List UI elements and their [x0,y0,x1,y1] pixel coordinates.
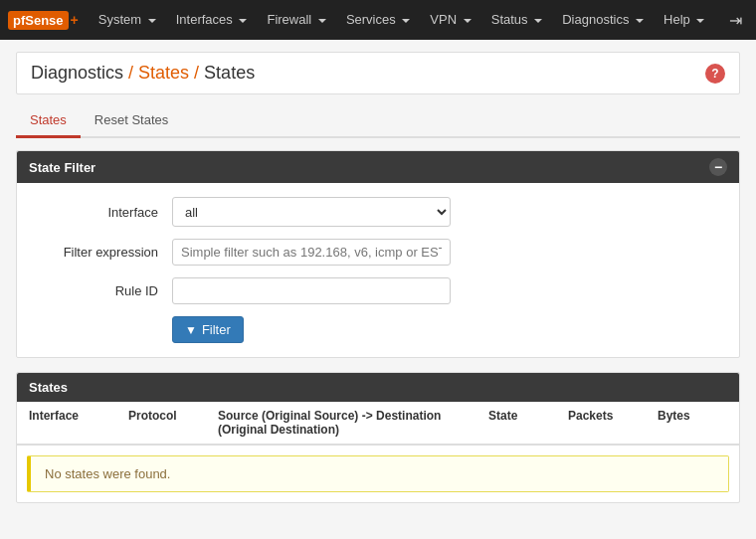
col-bytes: Bytes [658,409,727,437]
filter-btn-row: ▼ Filter [172,316,723,343]
menu-item-firewall[interactable]: Firewall [257,0,335,40]
menu-link-diagnostics[interactable]: Diagnostics [552,0,654,40]
states-table-title: States [29,380,68,395]
filter-expression-input[interactable] [172,239,451,266]
logo-plus: + [71,12,79,28]
state-filter-heading: State Filter − [17,151,739,183]
caret-icon [464,19,472,23]
logout-icon[interactable]: ⇥ [723,11,748,30]
breadcrumb-separator-2: / [194,63,199,84]
caret-icon [239,19,247,23]
rule-id-input[interactable]: 105 [172,277,451,304]
states-panel: States Interface Protocol Source (Origin… [16,372,740,503]
page-content: Diagnostics / States / States ? States R… [0,40,756,515]
filter-expression-label: Filter expression [33,245,172,260]
rule-id-label: Rule ID [33,283,172,298]
menu-item-services[interactable]: Services [336,0,420,40]
col-protocol: Protocol [128,409,218,437]
states-table-heading: States [17,373,739,402]
col-source-dest: Source (Original Source) -> Destination … [218,409,488,437]
caret-icon [534,19,542,23]
menu-item-vpn[interactable]: VPN [420,0,480,40]
menu-item-diagnostics[interactable]: Diagnostics [552,0,654,40]
caret-icon [636,19,644,23]
col-state: State [488,409,568,437]
no-states-text: No states were found. [45,466,170,481]
filter-button[interactable]: ▼ Filter [172,316,244,343]
col-interface: Interface [29,409,128,437]
navbar: pfSense + System Interfaces Firewall Ser… [0,0,756,40]
help-icon[interactable]: ? [705,64,725,84]
caret-icon [318,19,326,23]
state-filter-title: State Filter [29,160,95,175]
caret-icon [148,19,156,23]
col-packets: Packets [568,409,658,437]
breadcrumb-separator-1: / [128,63,133,84]
menu-link-firewall[interactable]: Firewall [257,0,335,40]
state-filter-panel: State Filter − Interface all Filter expr… [16,150,740,358]
main-menu: System Interfaces Firewall Services [89,0,723,40]
logo-pfsense: pfSense [8,11,69,30]
menu-item-status[interactable]: Status [481,0,552,40]
tab-reset-states[interactable]: Reset States [81,104,182,138]
rule-id-row: Rule ID 105 [33,277,723,304]
menu-item-system[interactable]: System [89,0,166,40]
menu-item-interfaces[interactable]: Interfaces [166,0,258,40]
brand-logo[interactable]: pfSense + [8,11,79,30]
menu-link-help[interactable]: Help [654,0,714,40]
breadcrumb-main: Diagnostics [31,63,123,84]
menu-item-help[interactable]: Help [654,0,714,40]
collapse-icon[interactable]: − [709,158,727,176]
menu-link-interfaces[interactable]: Interfaces [166,0,258,40]
filter-expression-row: Filter expression [33,239,723,266]
interface-label: Interface [33,205,172,220]
navbar-right: ⇥ [723,11,748,30]
table-header-row: Interface Protocol Source (Original Sour… [17,402,739,446]
filter-funnel-icon: ▼ [185,323,197,337]
breadcrumb-current: States [204,63,255,84]
tab-states[interactable]: States [16,104,81,138]
caret-icon [402,19,410,23]
breadcrumb-bar: Diagnostics / States / States ? [16,52,740,94]
interface-select[interactable]: all [172,197,451,227]
filter-button-label: Filter [202,322,231,337]
menu-link-system[interactable]: System [89,0,166,40]
state-filter-body: Interface all Filter expression Rule ID … [17,183,739,357]
caret-icon [696,19,704,23]
breadcrumb-link-states[interactable]: States [138,63,189,84]
menu-link-services[interactable]: Services [336,0,420,40]
menu-link-vpn[interactable]: VPN [420,0,480,40]
interface-row: Interface all [33,197,723,227]
menu-link-status[interactable]: Status [481,0,552,40]
tabs-bar: States Reset States [16,104,740,138]
no-states-message: No states were found. [27,455,729,492]
breadcrumb: Diagnostics / States / States [31,63,255,84]
